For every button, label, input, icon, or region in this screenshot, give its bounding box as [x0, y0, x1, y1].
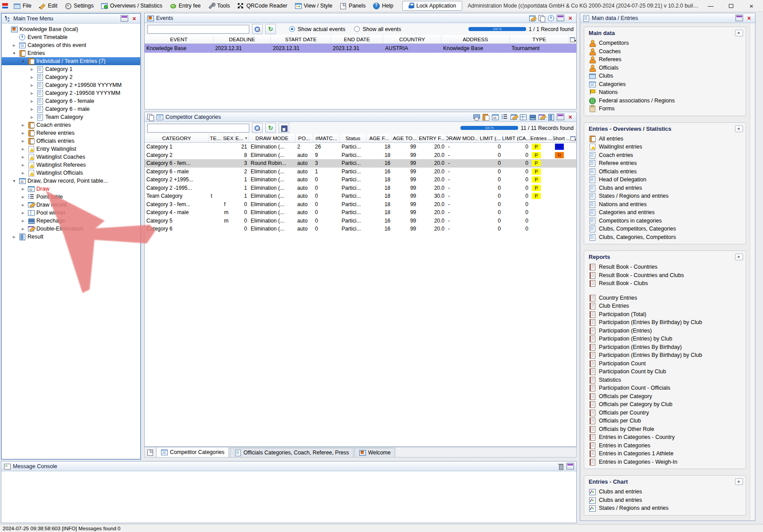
close-icon[interactable]: ×: [566, 113, 574, 120]
column-header-sex[interactable]: SEX: [222, 134, 235, 142]
expand-arrow-icon[interactable]: ▶: [29, 115, 35, 119]
column-header-entry-f[interactable]: ENTRY F...: [418, 134, 446, 142]
column-header-end-date[interactable]: END DATE: [331, 35, 383, 43]
expand-arrow-icon[interactable]: ▶: [20, 155, 26, 159]
menu-item-entry-fee[interactable]: Entry fee: [166, 1, 205, 11]
sidebar-item-clubs-competitors-categories[interactable]: Clubs, Competitors, Categories: [584, 225, 746, 233]
column-header-draw-mode[interactable]: DRAW MODE: [249, 134, 295, 142]
sidebar-item-nations-and-entries[interactable]: Nations and entries: [584, 200, 746, 209]
close-icon[interactable]: ×: [566, 15, 574, 21]
collapse-chevron-icon[interactable]: «: [735, 30, 743, 36]
show-actual-events-radio[interactable]: [289, 26, 295, 32]
draw-record-icon[interactable]: [510, 113, 517, 121]
table-row-category-6[interactable]: Category 60Elimination (...auto0Partici.…: [145, 225, 576, 233]
repechage-icon[interactable]: [529, 113, 536, 121]
tree-item-officials-entries[interactable]: ▶Officials entries: [2, 137, 140, 145]
menu-item-view-style[interactable]: View / Style: [291, 1, 336, 11]
table-row-category-6-male[interactable]: Category 6 - male2Elimination (...auto1P…: [145, 168, 576, 176]
maximize-icon[interactable]: [735, 15, 743, 21]
sidebar-item-officials-per-category[interactable]: Officials per Category: [584, 392, 746, 401]
expand-arrow-icon[interactable]: ▶: [20, 131, 26, 135]
collapse-arrow-icon[interactable]: ▼: [20, 59, 26, 63]
column-picker-button[interactable]: [570, 134, 576, 142]
tree-item-repechage[interactable]: ▶Repechage: [2, 217, 140, 225]
table-row-category-2-1995[interactable]: Category 2 +1995...1Elimination (...auto…: [145, 176, 576, 184]
column-header-age-f[interactable]: AGE F...: [366, 134, 392, 142]
sidebar-item-country-entries[interactable]: Country Entries: [584, 294, 746, 302]
column-header-te[interactable]: TE...: [209, 134, 222, 142]
window-restore-button[interactable]: [721, 0, 741, 12]
menu-item-panels[interactable]: Panels: [336, 1, 369, 11]
sidebar-item-coach-entries[interactable]: Coach entries: [584, 151, 746, 160]
sidebar-item-clubs-and-entries[interactable]: Clubs and entries: [584, 184, 746, 192]
column-header-start-date[interactable]: START DATE: [271, 35, 331, 43]
tree-item-double-elimination[interactable]: ▶Double-Elimination: [2, 225, 140, 233]
tree-item-knowledge-base-local[interactable]: Knowledge Base (local): [2, 25, 140, 33]
column-header-type[interactable]: TYPE: [510, 35, 569, 43]
sidebar-item-result-book-clubs[interactable]: Result Book - Clubs: [584, 279, 746, 288]
expand-arrow-icon[interactable]: ▶: [20, 211, 26, 215]
draw-icon[interactable]: [492, 113, 499, 121]
sidebar-item-categories-and-entries[interactable]: Categories and entries: [584, 208, 746, 217]
tree-item-team-category[interactable]: ▶Team Category: [2, 113, 140, 121]
sidebar-item-officials[interactable]: Officials: [584, 64, 746, 72]
column-header-deadline[interactable]: DEADLINE: [213, 35, 271, 43]
delete-icon[interactable]: [557, 463, 564, 470]
tree-item-entry-waitinglist[interactable]: ▶Entry Waitinglist: [2, 145, 140, 153]
window-close-button[interactable]: ×: [742, 0, 761, 12]
sidebar-item-clubs-and-entries[interactable]: Clubs and entries: [584, 496, 746, 505]
expand-arrow-icon[interactable]: ▶: [20, 219, 26, 223]
maximize-icon[interactable]: [566, 463, 574, 469]
sidebar-item-result-book-countries-and-clubs[interactable]: Result Book - Countries and Clubs: [584, 271, 746, 280]
tree-item-waitinglist-referees[interactable]: ▶Waitinglist Referees: [2, 161, 140, 169]
maximize-icon[interactable]: [121, 15, 128, 22]
tab-officials-categories-coach-referee-press[interactable]: Officials Categories, Coach, Referee, Pr…: [230, 448, 354, 457]
print-categories-icon[interactable]: [473, 113, 480, 121]
column-picker-button[interactable]: [569, 35, 576, 43]
sidebar-item-entries-in-categories-1-athlete[interactable]: Entries in Categories 1 Athlete: [584, 450, 746, 458]
sidebar-item-participation-entries[interactable]: Participation (Entries): [584, 327, 746, 335]
expand-arrow-icon[interactable]: ▶: [29, 67, 35, 71]
tree-item-draw-record[interactable]: ▶Draw record: [2, 201, 140, 209]
sidebar-item-statistics[interactable]: Statistics: [584, 376, 746, 384]
menu-item-tools[interactable]: Tools: [204, 1, 233, 11]
expand-arrow-icon[interactable]: ▶: [20, 195, 26, 199]
expand-arrow-icon[interactable]: ▶: [29, 99, 35, 103]
sidebar-item-referee-entries[interactable]: Referee entries: [584, 159, 746, 168]
sidebar-item-result-book-countries[interactable]: Result Book - Countries: [584, 263, 746, 271]
search-button[interactable]: [252, 123, 263, 133]
sidebar-item-officials-entries[interactable]: Officials entries: [584, 168, 746, 176]
tree-item-draw-draw-record-point-table[interactable]: ▼Draw, Draw record, Point table...: [2, 177, 140, 185]
collapse-chevron-icon[interactable]: «: [735, 478, 743, 485]
tree-item-draw[interactable]: ▶Draw: [2, 185, 140, 193]
column-header-short[interactable]: Short ...: [553, 134, 570, 142]
tree-item-referee-entries[interactable]: ▶Referee entries: [2, 129, 140, 137]
column-header-matc[interactable]: #MATC...: [313, 134, 340, 142]
show-all-events-radio[interactable]: [354, 26, 360, 32]
collapse-arrow-icon[interactable]: ▼: [12, 179, 17, 183]
expand-arrow-icon[interactable]: ▶: [29, 107, 35, 111]
close-icon[interactable]: ×: [745, 15, 753, 21]
sidebar-item-participation-entries-by-club[interactable]: Participation (Entries) by Club: [584, 335, 746, 343]
save-button[interactable]: [279, 123, 289, 133]
sidebar-item-states-regions-and-entries[interactable]: States / Regions and entries: [584, 504, 746, 512]
maximize-icon[interactable]: [557, 113, 564, 120]
sidebar-item-waitinglist-entries[interactable]: Waitinglist entries: [584, 143, 746, 151]
sidebar-item-competitors-in-categories[interactable]: Competitors in categories: [584, 217, 746, 225]
search-button[interactable]: [252, 24, 263, 34]
tab-competitor-categories[interactable]: Competitor Categories: [156, 447, 229, 457]
tree-item-point-table[interactable]: ▶Point table: [2, 193, 140, 201]
table-row-category-1[interactable]: Category 121Elimination (...226Partici..…: [145, 143, 576, 151]
events-table-row[interactable]: Knowledge Base2023.12.312023.12.312023.1…: [145, 44, 576, 53]
tree-item-categories-of-this-event[interactable]: ▶Categories of this event: [2, 41, 140, 49]
table-row-category-2-1995[interactable]: Category 2 -1995...1Elimination (...auto…: [145, 184, 576, 192]
collapse-arrow-icon[interactable]: ▼: [12, 51, 17, 55]
pool-winner-icon[interactable]: [519, 113, 527, 121]
sidebar-item-club-entries[interactable]: Club Entries: [584, 302, 746, 310]
edit-icon[interactable]: [529, 15, 536, 22]
sidebar-item-categories[interactable]: Categories: [584, 80, 746, 89]
table-row-category-6-fem[interactable]: Category 6 - fem...3Round Robin...auto3P…: [145, 159, 576, 168]
refresh-button[interactable]: ↻: [265, 123, 276, 133]
sidebar-item-clubs-and-entries[interactable]: Clubs and entries: [584, 488, 746, 496]
tree-item-pool-winner[interactable]: ▶Pool winner: [2, 209, 140, 217]
